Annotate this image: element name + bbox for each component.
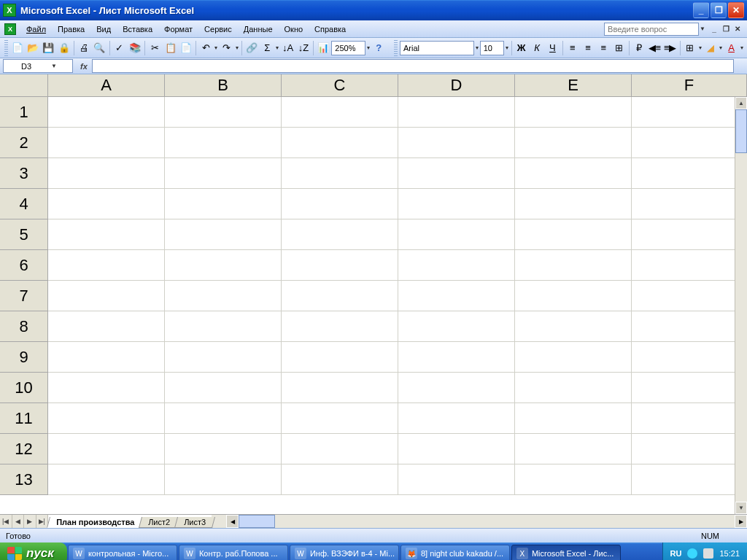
tab-first-button[interactable]: |◀ xyxy=(0,515,12,528)
row-header-10[interactable]: 10 xyxy=(0,373,48,403)
cell[interactable] xyxy=(165,281,282,311)
cell[interactable] xyxy=(515,128,632,158)
cell[interactable] xyxy=(282,464,398,495)
tab-prev-button[interactable]: ◀ xyxy=(12,515,25,528)
cell[interactable] xyxy=(48,219,165,250)
cell[interactable] xyxy=(398,342,515,373)
cell[interactable] xyxy=(632,158,747,189)
cell[interactable] xyxy=(48,281,165,311)
cell[interactable] xyxy=(398,189,515,219)
menu-insert[interactable]: Вставка xyxy=(117,23,158,36)
indent-left-button[interactable]: ◀≡ xyxy=(647,40,662,56)
borders-dropdown-icon[interactable]: ▾ xyxy=(698,44,703,51)
col-header-c[interactable]: C xyxy=(282,74,398,97)
cell[interactable] xyxy=(398,219,515,250)
menu-edit[interactable]: Правка xyxy=(52,23,90,36)
bold-button[interactable]: Ж xyxy=(514,40,529,56)
font-size-combo[interactable]: 10 xyxy=(480,41,504,55)
borders-button[interactable]: ⊞ xyxy=(683,40,697,56)
cell[interactable] xyxy=(515,373,632,403)
name-box-dropdown-icon[interactable]: ▼ xyxy=(38,63,68,69)
cell[interactable] xyxy=(282,158,398,189)
cell[interactable] xyxy=(165,373,282,403)
cell[interactable] xyxy=(398,403,515,434)
cell[interactable] xyxy=(48,403,165,434)
scroll-thumb-v[interactable] xyxy=(735,109,747,153)
underline-button[interactable]: Ч xyxy=(545,40,560,56)
font-dropdown-icon[interactable]: ▾ xyxy=(475,44,479,51)
copy-button[interactable]: 📋 xyxy=(163,40,177,56)
help-question-input[interactable] xyxy=(604,23,699,36)
task-item[interactable]: WИнф. ВЗЭФИ в-4 - Mi... xyxy=(290,545,399,560)
undo-button[interactable]: ↶ xyxy=(198,40,213,56)
task-item[interactable]: WКонтр. раб.Попова ... xyxy=(179,545,288,560)
language-indicator[interactable]: RU xyxy=(670,549,682,558)
spell-button[interactable]: ✓ xyxy=(112,40,127,56)
scroll-down-button[interactable]: ▼ xyxy=(735,502,747,514)
scroll-left-button[interactable]: ◀ xyxy=(226,515,239,528)
row-header-4[interactable]: 4 xyxy=(0,189,48,219)
currency-button[interactable]: ₽ xyxy=(632,40,646,56)
scroll-right-button[interactable]: ▶ xyxy=(735,515,747,528)
merge-button[interactable]: ⊞ xyxy=(612,40,627,56)
question-dropdown-icon[interactable]: ▼ xyxy=(699,26,706,32)
italic-button[interactable]: К xyxy=(530,40,544,56)
select-all-corner[interactable] xyxy=(0,74,48,97)
cell[interactable] xyxy=(398,464,515,495)
toolbar-grip[interactable] xyxy=(4,40,8,56)
task-item[interactable]: Wконтрольная - Micro... xyxy=(68,545,177,560)
cell[interactable] xyxy=(282,434,398,464)
cell[interactable] xyxy=(48,342,165,373)
cell[interactable] xyxy=(515,219,632,250)
cell[interactable] xyxy=(165,464,282,495)
task-item[interactable]: 🦊8] night club kakadu /... xyxy=(400,545,510,560)
preview-button[interactable]: 🔍 xyxy=(92,40,107,56)
fontcolor-dropdown-icon[interactable]: ▾ xyxy=(740,44,744,51)
cell[interactable] xyxy=(398,158,515,189)
row-header-6[interactable]: 6 xyxy=(0,250,48,281)
tray-icon-1[interactable] xyxy=(687,548,697,559)
cell[interactable] xyxy=(515,342,632,373)
zoom-dropdown-icon[interactable]: ▾ xyxy=(366,44,371,51)
excel-doc-icon[interactable]: X xyxy=(4,23,16,35)
cell[interactable] xyxy=(282,373,398,403)
cell[interactable] xyxy=(282,189,398,219)
save-button[interactable]: 💾 xyxy=(41,40,55,56)
menu-file[interactable]: Файл xyxy=(20,23,52,36)
menu-help[interactable]: Справка xyxy=(309,23,352,36)
cell[interactable] xyxy=(165,97,282,128)
menu-window[interactable]: Окно xyxy=(279,23,309,36)
sheet-tab-3[interactable]: Лист3 xyxy=(174,517,215,528)
fx-label[interactable]: fx xyxy=(76,62,92,71)
cell[interactable] xyxy=(398,250,515,281)
maximize-button[interactable]: ❐ xyxy=(711,2,727,18)
cell[interactable] xyxy=(165,219,282,250)
cell[interactable] xyxy=(515,158,632,189)
menu-data[interactable]: Данные xyxy=(238,23,279,36)
cell[interactable] xyxy=(282,219,398,250)
cell[interactable] xyxy=(515,311,632,342)
cell[interactable] xyxy=(632,281,747,311)
row-header-1[interactable]: 1 xyxy=(0,97,48,128)
row-header-12[interactable]: 12 xyxy=(0,434,48,464)
cut-button[interactable]: ✂ xyxy=(147,40,162,56)
cell[interactable] xyxy=(282,342,398,373)
font-color-button[interactable]: A xyxy=(724,40,738,56)
new-doc-button[interactable]: 📄 xyxy=(10,40,25,56)
cell[interactable] xyxy=(632,128,747,158)
cell[interactable] xyxy=(515,250,632,281)
sort-desc-button[interactable]: ↓Z xyxy=(296,40,311,56)
cell[interactable] xyxy=(48,189,165,219)
cell[interactable] xyxy=(515,464,632,495)
row-header-3[interactable]: 3 xyxy=(0,158,48,189)
cell[interactable] xyxy=(632,434,747,464)
cell[interactable] xyxy=(632,189,747,219)
cell[interactable] xyxy=(48,311,165,342)
zoom-combo[interactable]: 250% xyxy=(331,41,365,55)
scroll-up-button[interactable]: ▲ xyxy=(735,97,747,109)
font-name-combo[interactable]: Arial xyxy=(400,41,474,55)
cell[interactable] xyxy=(48,128,165,158)
cell[interactable] xyxy=(632,464,747,495)
col-header-d[interactable]: D xyxy=(398,74,515,97)
doc-close-button[interactable]: ✕ xyxy=(732,24,743,34)
